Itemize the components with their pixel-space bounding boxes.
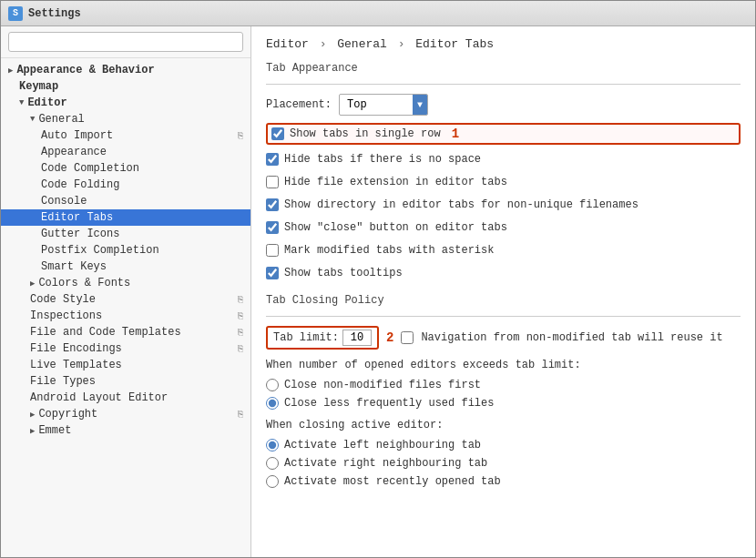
sidebar-item-file-encodings[interactable]: File Encodings ⎘ xyxy=(1,340,250,357)
show-tooltips-row: Show tabs tooltips xyxy=(266,265,741,281)
mark-modified-row: Mark modified tabs with asterisk xyxy=(266,242,741,259)
divider-1 xyxy=(266,84,741,85)
sidebar-item-code-completion[interactable]: Code Completion xyxy=(1,160,250,177)
show-tooltips-label: Show tabs tooltips xyxy=(284,267,403,279)
breadcrumb-part-2: General xyxy=(337,37,387,51)
copy-icon: ⎘ xyxy=(238,344,243,354)
sidebar-item-console[interactable]: Console xyxy=(1,193,250,209)
sidebar-item-auto-import[interactable]: Auto Import ⎘ xyxy=(1,127,250,144)
breadcrumb-sep-1: › xyxy=(320,37,334,51)
sidebar-item-code-style[interactable]: Code Style ⎘ xyxy=(1,291,250,308)
sidebar-item-file-code-templates[interactable]: File and Code Templates ⎘ xyxy=(1,324,250,340)
sidebar-label: Code Folding xyxy=(41,178,119,191)
sidebar-item-live-templates[interactable]: Live Templates xyxy=(1,357,250,373)
sidebar-item-appearance-behavior[interactable]: ▶ Appearance & Behavior xyxy=(1,62,250,78)
mark-modified-checkbox[interactable] xyxy=(266,244,279,257)
sidebar-item-postfix-completion[interactable]: Postfix Completion xyxy=(1,242,250,259)
hide-no-space-checkbox[interactable] xyxy=(266,153,279,166)
sidebar-item-appearance[interactable]: Appearance xyxy=(1,144,250,160)
breadcrumb: Editor › General › Editor Tabs xyxy=(266,37,741,51)
show-directory-row: Show directory in editor tabs for non-un… xyxy=(266,197,741,213)
breadcrumb-part-3: Editor Tabs xyxy=(415,37,494,51)
sidebar-label: General xyxy=(38,113,84,126)
show-single-row-checkbox[interactable] xyxy=(271,127,284,140)
copy-icon: ⎘ xyxy=(238,410,243,420)
expand-icon: ▶ xyxy=(30,410,35,420)
placement-row: Placement: Top ▼ xyxy=(266,94,741,116)
window-title: Settings xyxy=(28,7,81,20)
sidebar-label: Code Completion xyxy=(41,162,139,175)
sidebar-item-keymap[interactable]: Keymap xyxy=(1,78,250,95)
close-non-modified-row: Close non-modified files first xyxy=(266,379,741,391)
sidebar-item-general[interactable]: ▼ General xyxy=(1,111,250,127)
dropdown-arrow-icon[interactable]: ▼ xyxy=(413,95,427,115)
sidebar-item-file-types[interactable]: File Types xyxy=(1,373,250,390)
main-layout: ▶ Appearance & Behavior Keymap ▼ Editor … xyxy=(1,26,755,557)
hide-no-space-row: Hide tabs if there is no space xyxy=(266,151,741,167)
tab-closing-title: Tab Closing Policy xyxy=(266,294,741,307)
copy-icon: ⎘ xyxy=(238,131,243,141)
sidebar-item-emmet[interactable]: ▶ Emmet xyxy=(1,422,250,439)
sidebar-item-editor-tabs[interactable]: Editor Tabs xyxy=(1,209,250,226)
show-close-checkbox[interactable] xyxy=(266,221,279,234)
sidebar-label: Appearance xyxy=(41,146,107,158)
sidebar-label: File and Code Templates xyxy=(30,326,181,339)
close-non-modified-radio[interactable] xyxy=(266,379,279,391)
sidebar-label: Smart Keys xyxy=(41,260,107,273)
placement-label: Placement: xyxy=(266,98,332,111)
sidebar-label: Gutter Icons xyxy=(41,228,119,240)
activate-left-label: Activate left neighbouring tab xyxy=(284,439,481,451)
sidebar-label: File Types xyxy=(30,375,96,388)
show-single-row-label: Show tabs in single row xyxy=(290,127,441,140)
sidebar-label: Colors & Fonts xyxy=(38,277,130,289)
show-close-row: Show "close" button on editor tabs xyxy=(266,219,741,236)
sidebar-item-android-layout-editor[interactable]: Android Layout Editor xyxy=(1,390,250,406)
app-icon: S xyxy=(8,6,23,21)
sidebar: ▶ Appearance & Behavior Keymap ▼ Editor … xyxy=(1,26,251,557)
show-directory-checkbox[interactable] xyxy=(266,198,279,211)
copy-icon: ⎘ xyxy=(238,328,243,338)
activate-recent-radio[interactable] xyxy=(266,475,279,488)
sidebar-item-inspections[interactable]: Inspections ⎘ xyxy=(1,308,250,324)
tab-limit-input[interactable] xyxy=(342,330,372,346)
sidebar-label: Android Layout Editor xyxy=(30,391,168,404)
sidebar-item-editor[interactable]: ▼ Editor xyxy=(1,95,250,111)
sidebar-item-smart-keys[interactable]: Smart Keys xyxy=(1,259,250,275)
sidebar-item-copyright[interactable]: ▶ Copyright ⎘ xyxy=(1,406,250,422)
sidebar-label: Code Style xyxy=(30,293,96,306)
activate-right-label: Activate right neighbouring tab xyxy=(284,457,487,470)
tab-appearance-title: Tab Appearance xyxy=(266,62,741,75)
breadcrumb-sep-2: › xyxy=(398,37,413,51)
close-less-frequent-radio[interactable] xyxy=(266,397,279,410)
search-input[interactable] xyxy=(8,32,243,52)
sidebar-label: Editor xyxy=(27,96,66,109)
sidebar-label: Appearance & Behavior xyxy=(16,64,154,76)
expand-icon: ▶ xyxy=(30,426,35,436)
divider-2 xyxy=(266,316,741,317)
activate-right-radio[interactable] xyxy=(266,457,279,470)
close-less-frequent-label: Close less frequently used files xyxy=(284,397,494,410)
close-less-frequent-row: Close less frequently used files xyxy=(266,397,741,410)
placement-dropdown[interactable]: Top ▼ xyxy=(339,94,428,116)
activate-left-row: Activate left neighbouring tab xyxy=(266,439,741,451)
nav-reuse-checkbox[interactable] xyxy=(401,331,414,344)
hide-extension-checkbox[interactable] xyxy=(266,176,279,188)
sidebar-label: Copyright xyxy=(38,408,97,421)
callout-2: 2 xyxy=(386,330,393,345)
activate-left-radio[interactable] xyxy=(266,439,279,451)
sidebar-item-gutter-icons[interactable]: Gutter Icons xyxy=(1,226,250,242)
settings-window: S Settings ▶ Appearance & Behavior Keyma… xyxy=(0,0,756,558)
titlebar: S Settings xyxy=(1,1,755,26)
sidebar-item-code-folding[interactable]: Code Folding xyxy=(1,177,250,193)
nav-reuse-label: Navigation from non-modified tab will re… xyxy=(421,331,722,344)
hide-extension-label: Hide file extension in editor tabs xyxy=(284,176,507,188)
activate-right-row: Activate right neighbouring tab xyxy=(266,457,741,470)
show-close-label: Show "close" button on editor tabs xyxy=(284,221,507,234)
hide-no-space-label: Hide tabs if there is no space xyxy=(284,153,481,166)
show-tooltips-checkbox[interactable] xyxy=(266,267,279,279)
show-single-row-row: Show tabs in single row 1 xyxy=(266,123,741,145)
expand-icon: ▼ xyxy=(19,98,24,107)
sidebar-item-colors-fonts[interactable]: ▶ Colors & Fonts xyxy=(1,275,250,291)
sidebar-tree: ▶ Appearance & Behavior Keymap ▼ Editor … xyxy=(1,58,250,557)
breadcrumb-part-1: Editor xyxy=(266,37,309,51)
